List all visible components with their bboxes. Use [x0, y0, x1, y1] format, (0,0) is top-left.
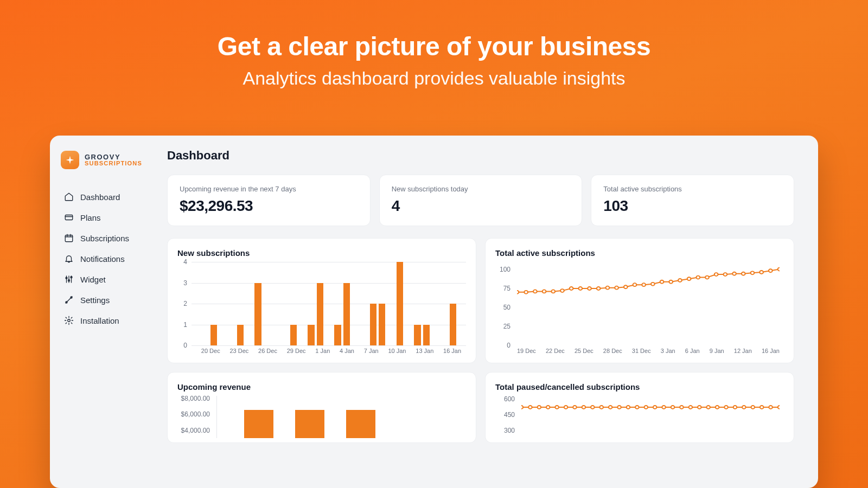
svg-point-27	[687, 277, 691, 280]
svg-point-13	[560, 289, 564, 292]
svg-point-31	[723, 273, 727, 276]
svg-point-29	[705, 276, 709, 279]
svg-point-58	[698, 406, 701, 409]
svg-point-41	[546, 406, 550, 409]
svg-point-35	[760, 271, 763, 274]
line-chart: 0255075100 19 Dec22 Dec25 Dec28 Dec31 De…	[495, 262, 784, 358]
stat-label: Upcoming revenue in the next 7 days	[180, 185, 358, 193]
stat-card-upcoming-revenue: Upcoming revenue in the next 7 days $23,…	[167, 175, 371, 226]
sidebar-item-plans[interactable]: Plans	[61, 207, 157, 228]
sidebar-item-label: Installation	[80, 316, 119, 325]
svg-point-24	[660, 280, 664, 284]
home-icon	[64, 192, 74, 202]
svg-point-47	[599, 406, 603, 409]
svg-point-22	[642, 283, 646, 286]
sidebar-item-settings[interactable]: Settings	[61, 290, 157, 310]
sidebar-item-label: Notifications	[80, 254, 125, 264]
sparkle-icon	[61, 151, 79, 169]
sliders-icon	[64, 274, 74, 284]
svg-point-32	[732, 272, 736, 275]
svg-point-12	[551, 290, 555, 293]
svg-point-44	[573, 406, 577, 409]
svg-point-65	[760, 406, 764, 409]
brand-name-line2: SUBSCRIPTIONS	[85, 160, 142, 166]
svg-point-46	[591, 406, 595, 409]
svg-point-11	[542, 290, 546, 293]
sidebar-item-installation[interactable]: Installation	[61, 310, 157, 331]
svg-point-14	[570, 287, 573, 290]
line-chart-partial: 600450300	[495, 396, 784, 438]
sidebar-item-notifications[interactable]: Notifications	[61, 248, 157, 269]
svg-point-43	[564, 406, 568, 409]
svg-point-21	[633, 283, 637, 286]
chart-title: Upcoming revenue	[177, 382, 466, 391]
sidebar-item-label: Subscriptions	[80, 234, 129, 243]
chart-title: Total active subscriptions	[495, 248, 784, 258]
svg-point-64	[751, 406, 755, 409]
bell-icon	[64, 254, 74, 264]
sidebar-item-label: Dashboard	[80, 192, 120, 202]
svg-point-20	[624, 285, 628, 288]
svg-point-16	[588, 287, 591, 290]
sidebar-item-label: Plans	[80, 213, 101, 222]
sidebar-item-label: Settings	[80, 296, 110, 305]
svg-point-67	[778, 406, 780, 409]
stat-value: 103	[603, 197, 782, 215]
tools-icon	[64, 295, 74, 305]
svg-point-33	[742, 272, 745, 275]
svg-rect-1	[65, 235, 73, 242]
charts-grid: New subscriptions 01234 20 Dec23 Dec26 D…	[167, 238, 794, 443]
svg-point-38	[521, 406, 523, 409]
hero-banner: Get a clear picture of your business Ana…	[0, 0, 868, 89]
svg-point-40	[538, 406, 541, 409]
svg-point-53	[653, 406, 657, 409]
svg-point-60	[716, 406, 719, 409]
sidebar-item-subscriptions[interactable]: Subscriptions	[61, 228, 157, 248]
calendar-icon	[64, 233, 74, 243]
chart-total-active: Total active subscriptions 0255075100 19…	[485, 238, 794, 363]
card-icon	[64, 213, 74, 222]
sidebar-item-widget[interactable]: Widget	[61, 269, 157, 290]
stat-label: Total active subscriptions	[603, 185, 782, 193]
svg-rect-0	[65, 215, 73, 220]
stat-label: New subscriptions today	[392, 185, 570, 193]
svg-point-39	[528, 406, 532, 409]
svg-point-15	[578, 287, 582, 290]
svg-point-62	[733, 406, 737, 409]
chart-title: New subscriptions	[177, 248, 466, 258]
stat-card-active-subscriptions: Total active subscriptions 103	[591, 175, 794, 226]
svg-point-28	[696, 276, 700, 279]
svg-point-34	[751, 271, 755, 274]
sidebar-item-dashboard[interactable]: Dashboard	[61, 187, 157, 207]
brand-logo: GROOVY SUBSCRIPTIONS	[61, 151, 157, 169]
svg-point-59	[706, 406, 710, 409]
stats-row: Upcoming revenue in the next 7 days $23,…	[167, 175, 794, 226]
svg-point-57	[689, 406, 693, 409]
svg-point-51	[635, 406, 639, 409]
stat-value: $23,296.53	[180, 197, 358, 215]
svg-point-61	[724, 406, 728, 409]
svg-point-17	[597, 287, 601, 290]
svg-point-19	[615, 286, 618, 290]
svg-point-9	[524, 291, 528, 294]
svg-point-23	[651, 282, 655, 286]
svg-point-48	[609, 406, 612, 409]
svg-point-42	[555, 406, 559, 409]
hero-subtitle: Analytics dashboard provides valuable in…	[0, 68, 868, 89]
svg-point-26	[678, 279, 682, 282]
svg-point-63	[742, 406, 746, 409]
svg-point-10	[533, 290, 537, 293]
svg-point-66	[769, 406, 773, 409]
gear-icon	[64, 316, 74, 325]
bar-chart: 01234 20 Dec23 Dec26 Dec29 Dec1 Jan4 Jan…	[177, 262, 466, 358]
sidebar: GROOVY SUBSCRIPTIONS Dashboard Plans Sub…	[50, 136, 167, 488]
sidebar-item-label: Widget	[80, 275, 106, 284]
svg-point-52	[644, 406, 648, 409]
svg-point-55	[671, 406, 675, 409]
page-title: Dashboard	[167, 149, 794, 163]
chart-upcoming-revenue: Upcoming revenue $8,000.00$6,000.00$4,00…	[167, 372, 476, 443]
svg-point-30	[714, 273, 718, 276]
svg-point-49	[617, 406, 621, 409]
svg-point-36	[769, 269, 773, 272]
stat-card-new-subscriptions: New subscriptions today 4	[379, 175, 583, 226]
